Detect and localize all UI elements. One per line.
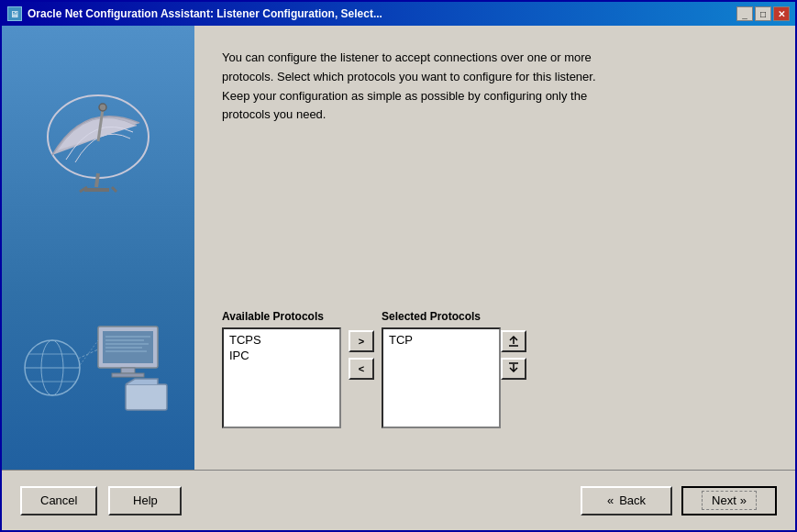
- next-button[interactable]: Next »: [681, 486, 777, 515]
- back-arrow-icon: «: [607, 493, 614, 507]
- arrow-buttons: > <: [341, 330, 382, 380]
- help-button[interactable]: Help: [108, 486, 182, 515]
- next-arrow-icon: »: [740, 493, 747, 507]
- add-protocol-button[interactable]: >: [349, 330, 374, 352]
- svg-rect-19: [121, 368, 135, 373]
- list-item[interactable]: TCP: [386, 332, 496, 348]
- protocols-area: Available Protocols TCPS IPC > < Selecte…: [222, 310, 768, 428]
- footer-right-buttons: « Back Next »: [581, 486, 777, 515]
- list-item[interactable]: IPC: [227, 348, 337, 363]
- svg-rect-21: [126, 384, 167, 410]
- svg-line-22: [78, 349, 98, 359]
- order-buttons: [501, 330, 526, 380]
- description-text: You can configure the listener to accept…: [222, 49, 616, 125]
- footer-left-buttons: Cancel Help: [20, 486, 182, 515]
- title-bar: 🖥 Oracle Net Configuration Assistant: Li…: [2, 2, 795, 26]
- svg-rect-20: [112, 373, 144, 377]
- next-label: Next: [712, 493, 736, 507]
- back-button[interactable]: « Back: [581, 486, 672, 515]
- right-panel: You can configure the listener to accept…: [194, 26, 795, 470]
- list-item[interactable]: TCPS: [227, 332, 337, 348]
- selected-protocols-column: Selected Protocols TCP: [382, 310, 501, 428]
- main-content: You can configure the listener to accept…: [2, 26, 795, 470]
- back-label: Back: [619, 493, 646, 507]
- remove-protocol-button[interactable]: <: [349, 358, 374, 380]
- main-window: 🖥 Oracle Net Configuration Assistant: Li…: [0, 0, 797, 532]
- move-up-button[interactable]: [501, 330, 526, 352]
- next-button-inner: Next »: [702, 491, 757, 510]
- title-bar-left: 🖥 Oracle Net Configuration Assistant: Li…: [7, 6, 382, 21]
- move-down-button[interactable]: [501, 358, 526, 380]
- cancel-button[interactable]: Cancel: [20, 486, 97, 515]
- close-button[interactable]: ✕: [773, 6, 790, 21]
- available-protocols-listbox[interactable]: TCPS IPC: [222, 327, 341, 428]
- available-protocols-label: Available Protocols: [222, 310, 341, 323]
- content-area: You can configure the listener to accept…: [2, 26, 795, 530]
- left-panel: [2, 26, 194, 470]
- window-title: Oracle Net Configuration Assistant: List…: [28, 7, 382, 20]
- svg-line-6: [112, 187, 116, 192]
- selected-protocols-listbox[interactable]: TCP: [382, 327, 501, 428]
- svg-point-2: [99, 104, 106, 111]
- selected-protocols-label: Selected Protocols: [382, 310, 501, 323]
- bottom-illustration: [16, 276, 181, 414]
- satellite-dish-image: [34, 82, 162, 201]
- maximize-button[interactable]: □: [755, 6, 771, 21]
- minimize-button[interactable]: _: [736, 6, 753, 21]
- svg-line-3: [96, 173, 98, 187]
- footer: Cancel Help « Back Next »: [2, 471, 795, 530]
- available-protocols-column: Available Protocols TCPS IPC: [222, 310, 341, 428]
- window-icon: 🖥: [7, 6, 22, 21]
- title-buttons: _ □ ✕: [736, 6, 790, 21]
